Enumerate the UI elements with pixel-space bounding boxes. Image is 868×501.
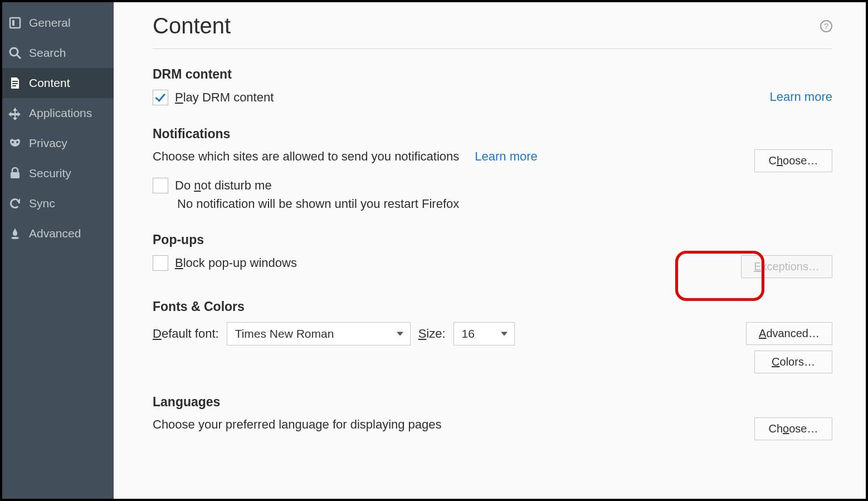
main-content: Content ? DRM content Play DRM content L… — [114, 2, 866, 499]
link-notifications-learn-more[interactable]: Learn more — [475, 149, 538, 164]
notifications-desc: Choose which sites are allowed to send y… — [153, 149, 459, 164]
sidebar-item-search[interactable]: Search — [2, 38, 114, 68]
general-icon — [8, 16, 22, 30]
do-not-disturb-sub: No notification will be shown until you … — [177, 197, 832, 211]
section-title-popups: Pop-ups — [153, 232, 832, 247]
section-drm: DRM content Play DRM content Learn more — [153, 67, 832, 105]
sync-icon — [8, 196, 22, 211]
section-title-fonts: Fonts & Colors — [153, 299, 832, 314]
sidebar-item-label: Search — [29, 46, 66, 60]
label-size: Size: — [418, 327, 446, 341]
label-default-font: Default font: — [153, 327, 219, 341]
button-notifications-choose[interactable]: Choose… — [754, 149, 832, 172]
button-languages-choose[interactable]: Choose… — [754, 417, 832, 440]
section-fonts-colors: Fonts & Colors Default font: Times New R… — [153, 299, 832, 373]
svg-point-10 — [11, 237, 19, 239]
section-notifications: Notifications Choose which sites are all… — [153, 127, 832, 211]
sidebar-item-advanced[interactable]: Advanced — [2, 218, 114, 249]
label-block-popups: Block pop-up windows — [175, 256, 297, 270]
sidebar: General Search Content Applications Priv… — [2, 2, 114, 499]
section-title-notifications: Notifications — [153, 127, 832, 142]
sidebar-item-general[interactable]: General — [2, 8, 114, 38]
sidebar-item-label: General — [29, 16, 71, 30]
sidebar-item-privacy[interactable]: Privacy — [2, 128, 114, 158]
section-popups: Pop-ups Block pop-up windows Exceptions… — [153, 232, 832, 278]
languages-desc: Choose your preferred language for displ… — [153, 417, 442, 432]
advanced-icon — [8, 226, 22, 241]
label-do-not-disturb: Do not disturb me — [175, 178, 272, 193]
applications-icon — [8, 106, 22, 120]
sidebar-item-label: Security — [29, 167, 71, 180]
sidebar-item-label: Applications — [29, 106, 92, 120]
svg-point-2 — [10, 48, 18, 56]
svg-rect-4 — [12, 81, 18, 82]
checkbox-play-drm[interactable] — [153, 90, 168, 105]
button-colors[interactable]: Colors… — [754, 351, 832, 373]
sidebar-item-label: Sync — [29, 197, 55, 210]
svg-rect-9 — [11, 172, 19, 178]
link-drm-learn-more[interactable]: Learn more — [769, 90, 832, 104]
privacy-icon — [8, 136, 22, 150]
section-title-languages: Languages — [153, 395, 832, 410]
select-default-font[interactable]: Times New Roman — [227, 322, 411, 346]
svg-rect-6 — [12, 85, 16, 86]
svg-point-8 — [16, 141, 18, 143]
checkbox-do-not-disturb[interactable] — [153, 178, 168, 193]
svg-point-7 — [12, 141, 14, 143]
help-icon[interactable]: ? — [820, 20, 832, 32]
security-icon — [8, 166, 22, 181]
sidebar-item-security[interactable]: Security — [2, 158, 114, 188]
button-fonts-advanced[interactable]: Advanced… — [746, 322, 832, 345]
page-title: Content — [153, 13, 231, 38]
search-icon — [8, 46, 22, 60]
sidebar-item-label: Advanced — [29, 227, 81, 240]
sidebar-item-applications[interactable]: Applications — [2, 98, 114, 128]
section-languages: Languages Choose your preferred language… — [153, 395, 832, 440]
label-play-drm: Play DRM content — [175, 90, 274, 105]
checkbox-block-popups[interactable] — [153, 255, 168, 271]
button-popups-exceptions: Exceptions… — [741, 255, 832, 278]
sidebar-item-sync[interactable]: Sync — [2, 188, 114, 218]
svg-rect-0 — [10, 18, 20, 28]
svg-rect-5 — [12, 83, 18, 84]
select-font-size[interactable]: 16 — [453, 322, 515, 346]
svg-rect-1 — [12, 20, 14, 26]
sidebar-item-label: Privacy — [29, 137, 67, 150]
content-icon — [8, 76, 22, 90]
sidebar-item-content[interactable]: Content — [2, 68, 114, 98]
section-title-drm: DRM content — [153, 67, 832, 82]
svg-line-3 — [17, 55, 21, 59]
sidebar-item-label: Content — [29, 76, 70, 90]
